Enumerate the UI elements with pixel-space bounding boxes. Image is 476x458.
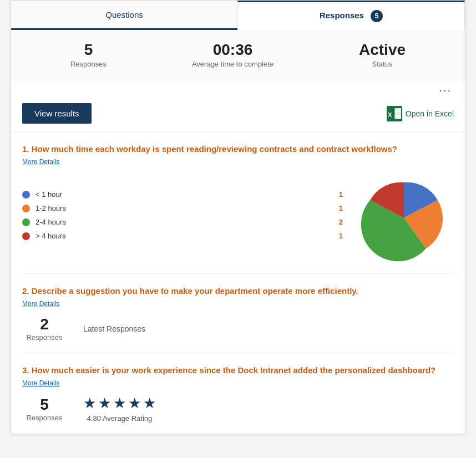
summary-avg-time-value: 00:36 — [192, 41, 274, 59]
q2-latest-responses: Latest Responses — [83, 324, 145, 333]
summary-status-label: Status — [372, 60, 393, 68]
tab-responses[interactable]: Responses 5 — [237, 1, 465, 30]
q1-title-text: How much time each workday is spent read… — [32, 144, 397, 154]
open-excel-button[interactable]: X Open in Excel — [387, 106, 454, 121]
summary-status-value: Active — [359, 41, 406, 59]
summary-responses-value: 5 — [70, 41, 107, 59]
question-1: 1. How much time each workday is spent r… — [22, 132, 454, 274]
more-options-row: ··· — [11, 80, 465, 98]
star-5: ★ — [143, 395, 156, 412]
q1-pie-chart — [354, 174, 454, 262]
responses-badge: 5 — [371, 10, 383, 22]
legend-item-1: 1-2 hours 1 — [22, 204, 343, 212]
q1-number: 1. — [22, 144, 29, 154]
svg-text:X: X — [388, 111, 392, 118]
q3-number: 3. — [22, 365, 29, 375]
questions-list: 1. How much time each workday is spent r… — [11, 132, 465, 434]
excel-icon: X — [387, 106, 402, 121]
q3-stars-row: ★ ★ ★ ★ ★ — [83, 395, 156, 412]
star-4: ★ — [128, 395, 141, 412]
summary-status: Active Status — [359, 41, 406, 69]
summary-responses: 5 Responses — [70, 41, 107, 69]
q2-more-details-link[interactable]: More Details — [22, 300, 454, 308]
legend-count-0: 1 — [332, 190, 343, 199]
q3-stars-block: ★ ★ ★ ★ ★ 4.80 Average Rating — [83, 395, 156, 423]
question-2: 2. Describe a suggestion you have to mak… — [22, 274, 454, 353]
question-3: 3. How much easier is your work experien… — [22, 353, 454, 434]
q2-responses-label: Responses — [22, 333, 67, 342]
legend-item-3: > 4 hours 1 — [22, 232, 343, 240]
q1-legend: < 1 hour 1 1-2 hours 1 2-4 hours 2 — [22, 190, 343, 246]
question-2-title: 2. Describe a suggestion you have to mak… — [22, 285, 454, 297]
q2-responses-number: 2 — [22, 315, 67, 333]
q3-avg-rating: 4.80 Average Rating — [87, 414, 153, 423]
summary-avg-time: 00:36 Average time to complete — [192, 41, 274, 69]
star-2: ★ — [98, 395, 111, 412]
q3-more-details-link[interactable]: More Details — [22, 379, 454, 387]
tab-questions[interactable]: Questions — [11, 1, 237, 28]
q2-title-text: Describe a suggestion you have to make y… — [32, 286, 358, 296]
tab-responses-label: Responses — [320, 11, 364, 20]
summary-bar: 5 Responses 00:36 Average time to comple… — [11, 30, 465, 80]
pie-svg — [354, 174, 454, 262]
legend-label-0: < 1 hour — [36, 190, 326, 199]
q3-responses-number: 5 — [22, 396, 67, 414]
view-results-button[interactable]: View results — [22, 103, 92, 124]
q1-more-details-link[interactable]: More Details — [22, 158, 454, 166]
q3-responses-block: 5 Responses — [22, 396, 67, 422]
q2-content: 2 Responses Latest Responses — [22, 315, 454, 342]
legend-dot-0 — [22, 191, 30, 199]
legend-item-0: < 1 hour 1 — [22, 190, 343, 199]
legend-item-2: 2-4 hours 2 — [22, 218, 343, 226]
legend-dot-1 — [22, 205, 30, 212]
legend-label-1: 1-2 hours — [36, 204, 326, 212]
question-3-title: 3. How much easier is your work experien… — [22, 364, 454, 376]
main-container: Questions Responses 5 5 Responses 00:36 … — [11, 0, 465, 434]
more-options-button[interactable]: ··· — [437, 84, 454, 96]
legend-count-2: 2 — [332, 218, 343, 226]
summary-responses-label: Responses — [70, 60, 107, 68]
legend-label-3: > 4 hours — [36, 232, 326, 240]
legend-count-1: 1 — [332, 204, 343, 212]
star-3: ★ — [113, 395, 126, 412]
legend-label-2: 2-4 hours — [36, 218, 326, 226]
open-excel-label: Open in Excel — [406, 109, 454, 118]
q3-responses-label: Responses — [22, 414, 67, 422]
q1-content: < 1 hour 1 1-2 hours 1 2-4 hours 2 — [22, 174, 454, 262]
q2-responses-block: 2 Responses — [22, 315, 67, 342]
question-1-title: 1. How much time each workday is spent r… — [22, 143, 454, 155]
legend-count-3: 1 — [332, 232, 343, 240]
legend-dot-2 — [22, 218, 30, 226]
summary-avg-time-label: Average time to complete — [192, 60, 274, 68]
star-1: ★ — [83, 395, 96, 412]
actions-bar: View results X Open in Excel — [11, 98, 465, 132]
q3-title-text: How much easier is your work experience … — [32, 365, 436, 375]
q3-content: 5 Responses ★ ★ ★ ★ ★ 4.80 Average Ratin… — [22, 395, 454, 423]
legend-dot-3 — [22, 232, 30, 240]
tabs-bar: Questions Responses 5 — [11, 1, 465, 30]
q2-number: 2. — [22, 286, 29, 296]
